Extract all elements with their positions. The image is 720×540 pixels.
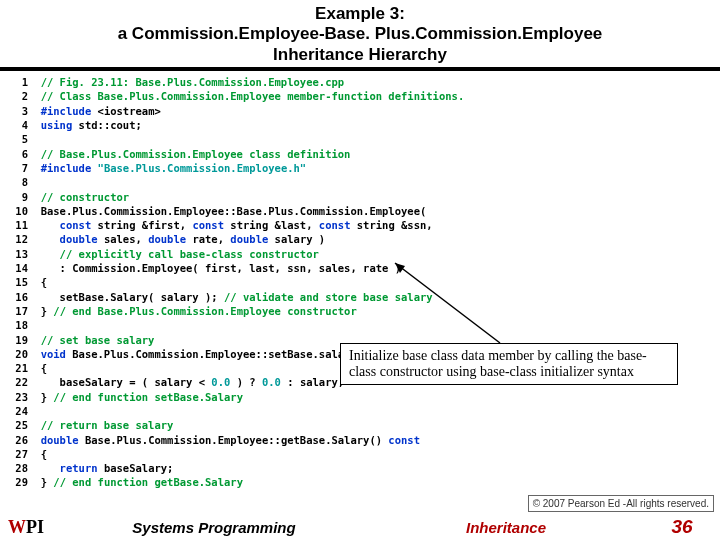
code-token: const [41,219,98,231]
code-token: Base.Plus.Commission.Employee::getBase.S… [85,434,388,446]
line-number: 8 [6,175,28,189]
line-number: 18 [6,318,28,332]
code-token: std::cout; [79,119,142,131]
line-number: 5 [6,132,28,146]
line-number: 6 [6,147,28,161]
code-line: 15 { [6,275,720,289]
code-token: setBase.Salary( salary ); [41,291,224,303]
code-line: 23 } // end function setBase.Salary [6,390,720,404]
code-token: baseSalary; [104,462,174,474]
line-number: 9 [6,190,28,204]
code-token: 0.0 [262,376,287,388]
line-number: 15 [6,275,28,289]
code-line: 6 // Base.Plus.Commission.Employee class… [6,147,720,161]
code-token: string &first, [98,219,193,231]
line-number: 21 [6,361,28,375]
code-line: 25 // return base salary [6,418,720,432]
code-token: double [41,434,85,446]
line-number: 20 [6,347,28,361]
code-line: 10 Base.Plus.Commission.Employee::Base.P… [6,204,720,218]
code-token: salary ) [275,233,326,245]
code-token: // return base salary [41,419,174,431]
code-token: sales, [104,233,148,245]
code-token: const [192,219,230,231]
code-token: { [41,362,47,374]
line-number: 29 [6,475,28,489]
slide-footer: WPI Systems Programming Inheritance 36 [0,514,720,540]
line-number: 27 [6,447,28,461]
code-token: "Base.Plus.Commission.Employee.h" [98,162,307,174]
code-line: 11 const string &first, const string &la… [6,218,720,232]
title-line-3: Inheritance Hierarchy [0,45,720,65]
code-line: 28 return baseSalary; [6,461,720,475]
code-token: } [41,305,54,317]
line-number: 10 [6,204,28,218]
code-token: { [41,448,47,460]
title-line-2: a Commission.Employee-Base. Plus.Commiss… [0,24,720,44]
code-line: 16 setBase.Salary( salary ); // validate… [6,290,720,304]
code-line: 27 { [6,447,720,461]
code-line: 14 : Commission.Employee( first, last, s… [6,261,720,275]
line-number: 11 [6,218,28,232]
copyright-notice: © 2007 Pearson Ed -All rights reserved. [528,495,714,512]
line-number: 3 [6,104,28,118]
line-number: 24 [6,404,28,418]
code-token: #include [41,162,98,174]
code-token: // explicitly call base-class constructo… [41,248,319,260]
code-line: 7 #include "Base.Plus.Commission.Employe… [6,161,720,175]
line-number: 23 [6,390,28,404]
code-token: } [41,391,54,403]
code-token: : Commission.Employee( first, last, ssn,… [41,262,401,274]
line-number: 7 [6,161,28,175]
line-number: 25 [6,418,28,432]
line-number: 12 [6,232,28,246]
code-token: double [41,233,104,245]
title-line-1: Example 3: [0,4,720,24]
code-token: // Base.Plus.Commission.Employee class d… [41,148,351,160]
code-line: 4 using std::cout; [6,118,720,132]
footer-topic: Inheritance [360,519,652,536]
callout-text: Initialize base class data member by cal… [349,348,647,379]
line-number: 1 [6,75,28,89]
code-token: string &ssn, [357,219,433,231]
line-number: 19 [6,333,28,347]
code-token: const [388,434,420,446]
line-number: 28 [6,461,28,475]
code-token: return [41,462,104,474]
code-line: 8 [6,175,720,189]
code-token: // end function getBase.Salary [53,476,243,488]
code-token: // set base salary [41,334,155,346]
code-token: string &last, [230,219,319,231]
code-token: double [148,233,192,245]
wpi-logo: WPI [0,517,68,538]
code-line: 2 // Class Base.Plus.Commission.Employee… [6,89,720,103]
footer-course: Systems Programming [68,519,360,536]
code-token: const [319,219,357,231]
code-token: ) ? [237,376,262,388]
code-line: 13 // explicitly call base-class constru… [6,247,720,261]
code-token: } [41,476,54,488]
code-token: : salary; [287,376,344,388]
footer-page-number: 36 [652,516,720,538]
callout-box: Initialize base class data member by cal… [340,343,678,385]
code-line: 26 double Base.Plus.Commission.Employee:… [6,433,720,447]
code-listing: 1 // Fig. 23.11: Base.Plus.Commission.Em… [0,71,720,490]
line-number: 2 [6,89,28,103]
code-token: { [41,276,47,288]
code-line: 12 double sales, double rate, double sal… [6,232,720,246]
line-number: 14 [6,261,28,275]
code-token: // Class Base.Plus.Commission.Employee m… [41,90,465,102]
code-token: // end Base.Plus.Commission.Employee con… [53,305,356,317]
code-line: 24 [6,404,720,418]
code-line: 1 // Fig. 23.11: Base.Plus.Commission.Em… [6,75,720,89]
code-token: #include [41,105,98,117]
code-line: 5 [6,132,720,146]
line-number: 22 [6,375,28,389]
code-token: Base.Plus.Commission.Employee::setBase.s… [72,348,369,360]
code-token: // Fig. 23.11: Base.Plus.Commission.Empl… [41,76,344,88]
code-line: 18 [6,318,720,332]
line-number: 4 [6,118,28,132]
code-line: 17 } // end Base.Plus.Commission.Employe… [6,304,720,318]
code-line: 9 // constructor [6,190,720,204]
code-token: rate, [192,233,230,245]
